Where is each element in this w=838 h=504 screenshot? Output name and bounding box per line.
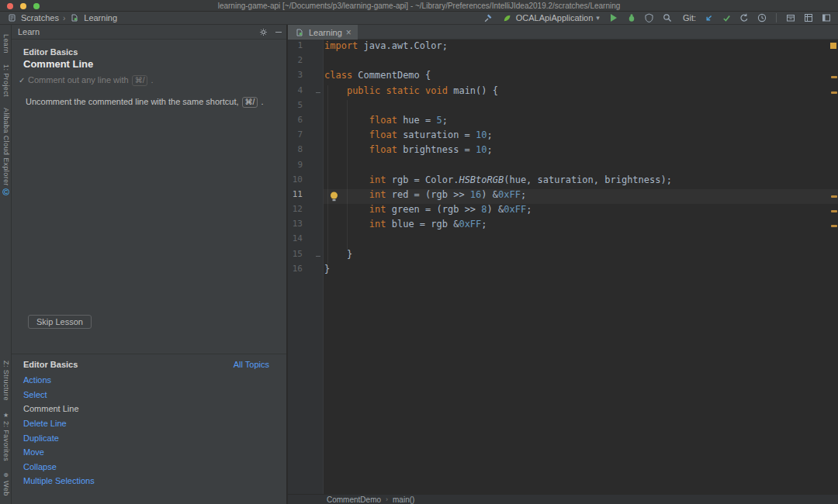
zoom-window-button[interactable] (33, 3, 40, 9)
lesson-link-actions[interactable]: Actions (23, 373, 95, 388)
run-configuration-label: OCALApiApplication (516, 13, 594, 22)
line-number[interactable]: 4 (288, 85, 323, 100)
tool-window-button-1-project[interactable]: 1: Project (2, 64, 10, 97)
lesson-title: Comment Line (23, 58, 93, 70)
code-line[interactable]: import java.awt.Color; (324, 40, 838, 55)
code-line[interactable]: float saturation = 10; (324, 129, 838, 144)
line-number[interactable]: 16 (288, 264, 323, 278)
breadcrumb-separator: › (386, 495, 388, 503)
coverage-icon[interactable] (644, 12, 655, 23)
change-marker (831, 76, 837, 78)
close-window-button[interactable] (7, 3, 13, 9)
line-number[interactable]: 5 (288, 100, 323, 115)
code-lines: import java.awt.Color;class CommentDemo … (324, 40, 838, 278)
lesson-list: ActionsSelectComment LineDelete LineDupl… (23, 373, 95, 488)
code-line[interactable] (324, 100, 838, 115)
code-line[interactable]: public static void main() { (324, 85, 838, 100)
code-line[interactable]: class CommentDemo { (324, 70, 838, 85)
lesson-link-comment-line[interactable]: Comment Line (23, 402, 95, 416)
close-tab-icon[interactable]: × (346, 28, 351, 37)
lesson-link-select[interactable]: Select (23, 388, 95, 402)
line-number[interactable]: 8 (288, 144, 323, 159)
debug-icon[interactable] (626, 12, 637, 23)
breadcrumb-item-main-[interactable]: main() (393, 495, 414, 504)
gear-icon[interactable] (258, 27, 268, 38)
code-line[interactable] (324, 55, 838, 70)
code-line[interactable]: float hue = 5; (324, 115, 838, 129)
line-number[interactable]: 14 (288, 233, 323, 248)
code-line[interactable]: int blue = rgb &0xFF; (324, 219, 838, 233)
code-line[interactable]: } (324, 249, 838, 264)
line-number[interactable]: 6 (288, 115, 323, 129)
editor-gutter: 12345678910111213141516 (288, 40, 324, 494)
line-number[interactable]: 9 (288, 160, 323, 174)
run-configuration-selector[interactable]: OCALApiApplication ▾ (500, 12, 601, 23)
breadcrumb-item-scratches[interactable]: Scratches (21, 13, 59, 22)
history-icon[interactable] (757, 12, 767, 23)
code-line[interactable] (324, 160, 838, 174)
sidebar-icon[interactable] (821, 12, 832, 23)
editor-tab-learning[interactable]: Learning × (288, 25, 358, 40)
code-line[interactable]: int rgb = Color.HSBtoRGB(hue, saturation… (324, 174, 838, 189)
skip-lesson-button[interactable]: Skip Lesson (28, 315, 92, 329)
code-line[interactable]: } (324, 264, 838, 278)
editor-area: Learning × 12345678910111213141516 impor… (288, 25, 838, 504)
line-number[interactable]: 15 (288, 249, 323, 264)
shortcut-badge: ⌘/ (242, 97, 258, 108)
breadcrumb-item-learning[interactable]: Learning (84, 13, 117, 22)
lesson-step: ✓Comment out any line with ⌘/ . (12, 74, 280, 86)
line-number[interactable]: 11 (288, 189, 323, 204)
lesson-link-duplicate[interactable]: Duplicate (23, 430, 95, 445)
breadcrumb-item-commentdemo[interactable]: CommentDemo (327, 495, 381, 504)
intention-bulb-icon[interactable] (330, 192, 338, 202)
minimize-window-button[interactable] (20, 3, 26, 9)
lesson-link-delete-line[interactable]: Delete Line (23, 416, 95, 431)
footer-module-title: Editor Basics (23, 360, 78, 369)
line-number[interactable]: 3 (288, 70, 323, 85)
line-number[interactable]: 2 (288, 55, 323, 70)
line-number[interactable]: 7 (288, 129, 323, 144)
layout-grid-icon[interactable] (803, 12, 814, 23)
lesson-link-move[interactable]: Move (23, 445, 95, 460)
fold-marker-icon[interactable] (316, 92, 320, 94)
tool-window-button-alibaba-cloud-explorer[interactable]: Alibaba Cloud ExplorerC (2, 108, 10, 195)
lesson-link-multiple-selections[interactable]: Multiple Selections (23, 474, 95, 488)
all-topics-link[interactable]: All Topics (234, 360, 269, 369)
tool-window-button-z-structure[interactable]: Z: Structure (2, 361, 10, 401)
tool-window-label: Learn (2, 34, 10, 54)
build-hammer-icon[interactable] (483, 12, 493, 23)
tool-window-button-2-favorites[interactable]: ★2: Favorites (2, 412, 10, 461)
code-line[interactable]: float brightness = 10; (324, 144, 838, 159)
run-icon[interactable] (608, 12, 619, 23)
code-editor[interactable]: 12345678910111213141516 import java.awt.… (288, 40, 838, 494)
hide-panel-icon[interactable] (275, 32, 282, 33)
tool-window-label: Alibaba Cloud Explorer (2, 108, 10, 186)
change-marker (831, 225, 837, 227)
commit-icon[interactable] (721, 12, 732, 23)
line-number[interactable]: 13 (288, 219, 323, 233)
fold-marker-icon[interactable] (316, 256, 320, 257)
lesson-link-collapse[interactable]: Collapse (23, 460, 95, 475)
tool-window-button-learn[interactable]: Learn (2, 34, 10, 54)
code-line[interactable] (324, 233, 838, 248)
learn-panel-header: Learn (12, 25, 286, 40)
update-project-icon[interactable] (703, 12, 714, 23)
line-number[interactable]: 12 (288, 204, 323, 219)
code-line[interactable]: int green = (rgb >> 8) &0xFF; (324, 204, 838, 219)
revert-icon[interactable] (739, 12, 750, 23)
star-icon: ★ (3, 412, 9, 419)
error-stripe-warning-marker (830, 43, 836, 49)
line-number[interactable]: 10 (288, 174, 323, 189)
stripe-bottom-group: Z: Structure★2: Favorites⊕Web (0, 355, 12, 502)
line-number[interactable]: 1 (288, 40, 323, 55)
archive-box-icon[interactable] (785, 12, 796, 23)
code-line[interactable]: int red = (rgb >> 16) &0xFF; (324, 189, 838, 204)
git-label: Git: (683, 13, 696, 22)
tool-window-button-web[interactable]: ⊕Web (2, 471, 10, 496)
search-icon[interactable] (662, 12, 673, 23)
scratch-file-icon (69, 12, 80, 23)
window-controls (7, 3, 40, 9)
globe-icon: ⊕ (3, 471, 9, 478)
lesson-footer-header: Editor Basics All Topics (23, 360, 269, 369)
tool-window-stripe-left: Learn1: ProjectAlibaba Cloud ExplorerC Z… (0, 25, 12, 504)
